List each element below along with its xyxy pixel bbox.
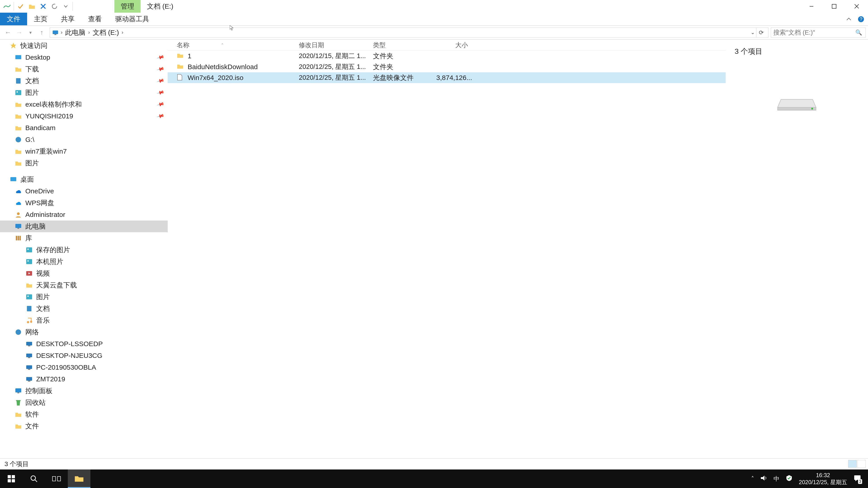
column-header-type[interactable]: 类型	[373, 41, 436, 50]
nav-item[interactable]: Administrator	[0, 209, 168, 221]
svg-marker-11	[10, 43, 16, 48]
nav-item[interactable]: 保存的图片	[0, 244, 168, 256]
nav-item[interactable]: 图片	[0, 291, 168, 303]
nav-item[interactable]: 图片📌	[0, 87, 168, 98]
address-bar[interactable]: › 此电脑 › 文档 (E:) › ⌄ ⟳	[50, 28, 769, 37]
breadcrumb-chevron-icon[interactable]: ›	[120, 30, 125, 35]
column-header-name[interactable]: 名称 ˄	[168, 41, 299, 50]
nav-item[interactable]: G:\	[0, 134, 168, 145]
nav-item[interactable]: 文档	[0, 303, 168, 315]
back-button[interactable]: ←	[2, 27, 13, 38]
help-icon[interactable]: ?	[855, 13, 867, 26]
tray-chevron-icon[interactable]: ˄	[751, 475, 754, 482]
maximize-button[interactable]	[823, 0, 845, 13]
address-dropdown-icon[interactable]: ⌄	[749, 30, 756, 35]
address-row: ← → ▾ ↑ › 此电脑 › 文档 (E:) › ⌄ ⟳ 🔍	[0, 26, 868, 40]
nav-label: win7重装win7	[25, 147, 67, 156]
refresh-button[interactable]: ⟳	[756, 28, 766, 37]
up-button[interactable]: ↑	[36, 27, 48, 38]
nav-item[interactable]: 回收站	[0, 397, 168, 409]
security-icon[interactable]	[786, 475, 793, 483]
start-button[interactable]	[0, 469, 23, 488]
breadcrumb-chevron-icon[interactable]: ›	[59, 30, 64, 35]
nav-label: 网络	[25, 328, 39, 337]
nav-item[interactable]: ZMT2019	[0, 373, 168, 385]
pin-icon: 📌	[156, 89, 164, 97]
search-icon[interactable]: 🔍	[854, 29, 863, 36]
file-row[interactable]: 1 2020/12/15, 星期二 1... 文件夹	[168, 51, 725, 61]
nav-item[interactable]: 下载📌	[0, 63, 168, 75]
search-button[interactable]	[23, 469, 45, 488]
task-view-button[interactable]	[45, 469, 68, 488]
nav-item[interactable]: 控制面板	[0, 385, 168, 397]
breadcrumb-this-pc[interactable]: 此电脑	[64, 28, 87, 37]
nav-item[interactable]: 此电脑	[0, 221, 168, 232]
folder-icon	[14, 112, 23, 121]
folder-icon	[14, 422, 23, 430]
breadcrumb-drive[interactable]: 文档 (E:)	[91, 28, 121, 37]
ribbon-tab-drive-tools[interactable]: 驱动器工具	[108, 13, 156, 25]
nav-item[interactable]: YUNQISHI2019📌	[0, 110, 168, 122]
ribbon-tab-home[interactable]: 主页	[27, 13, 54, 25]
nav-quick-access[interactable]: 快速访问	[0, 40, 168, 52]
column-header-size[interactable]: 大小	[436, 41, 472, 50]
qat-app-icon[interactable]	[1, 0, 13, 13]
nav-item[interactable]: win7重装win7	[0, 145, 168, 157]
qat-dropdown-icon[interactable]	[60, 0, 71, 13]
breadcrumb-root-icon[interactable]	[52, 30, 59, 35]
close-button[interactable]	[845, 0, 868, 13]
nav-item[interactable]: 本机照片	[0, 256, 168, 267]
clock[interactable]: 16:32 2020/12/25, 星期五	[799, 472, 847, 486]
nav-item[interactable]: 文件	[0, 420, 168, 432]
column-header-date[interactable]: 修改日期	[299, 41, 373, 50]
ribbon-tab-file[interactable]: 文件	[0, 13, 27, 25]
nav-desktop[interactable]: 桌面	[0, 173, 168, 185]
svg-rect-17	[10, 177, 16, 181]
file-row[interactable]: Win7x64_2020.iso 2020/12/25, 星期五 1... 光盘…	[168, 72, 725, 83]
nav-item[interactable]: WPS网盘	[0, 197, 168, 209]
file-size: 3,874,126...	[436, 74, 472, 82]
context-tab-label: 管理	[121, 2, 134, 11]
nav-item[interactable]: DESKTOP-LSSOEDP	[0, 338, 168, 350]
forward-button[interactable]: →	[13, 27, 25, 38]
nav-item[interactable]: DESKTOP-NJEU3CG	[0, 350, 168, 361]
search-input[interactable]	[773, 29, 854, 36]
svg-point-35	[16, 329, 21, 335]
qat-refresh-icon[interactable]	[49, 0, 60, 13]
nav-item[interactable]: 文档📌	[0, 75, 168, 87]
nav-item[interactable]: PC-20190530OBLA	[0, 361, 168, 373]
nav-item[interactable]: Bandicam	[0, 122, 168, 134]
nav-item[interactable]: 音乐	[0, 315, 168, 326]
nav-item[interactable]: Desktop📌	[0, 52, 168, 63]
nav-network[interactable]: 网络	[0, 326, 168, 338]
recent-locations-button[interactable]: ▾	[25, 27, 36, 38]
window-title-text: 文档 (E:)	[147, 2, 174, 11]
nav-item[interactable]: excel表格制作求和📌	[0, 98, 168, 110]
search-box[interactable]: 🔍	[771, 28, 866, 37]
volume-icon[interactable]	[761, 475, 767, 483]
action-center-icon[interactable]: 3	[854, 475, 861, 483]
mus-icon	[25, 316, 33, 325]
ime-indicator[interactable]: 中	[774, 475, 779, 483]
view-details-button[interactable]	[848, 460, 857, 468]
minimize-button[interactable]	[800, 0, 823, 13]
ribbon-tab-share[interactable]: 共享	[54, 13, 81, 25]
nav-item[interactable]: 图片	[0, 157, 168, 169]
file-row[interactable]: BaiduNetdiskDownload 2020/12/25, 星期五 1..…	[168, 61, 725, 72]
nav-label: 保存的图片	[36, 246, 70, 255]
qat-save-icon[interactable]	[15, 0, 26, 13]
qat-close-icon[interactable]	[37, 0, 49, 13]
context-tab-manage[interactable]: 管理	[114, 0, 141, 13]
nav-item[interactable]: 天翼云盘下载	[0, 279, 168, 291]
nav-item[interactable]: 库	[0, 232, 168, 244]
nav-item[interactable]: OneDrive	[0, 185, 168, 197]
nav-item[interactable]: 视频	[0, 267, 168, 279]
usr-icon	[14, 210, 23, 219]
taskbar-file-explorer[interactable]	[68, 469, 90, 488]
qat-folder-icon[interactable]	[26, 0, 37, 13]
ribbon-collapse-icon[interactable]	[843, 13, 855, 26]
view-icons-button[interactable]	[857, 460, 866, 468]
ribbon-tab-view[interactable]: 查看	[81, 13, 108, 25]
nav-item[interactable]: 软件	[0, 409, 168, 420]
breadcrumb-chevron-icon[interactable]: ›	[87, 30, 91, 35]
